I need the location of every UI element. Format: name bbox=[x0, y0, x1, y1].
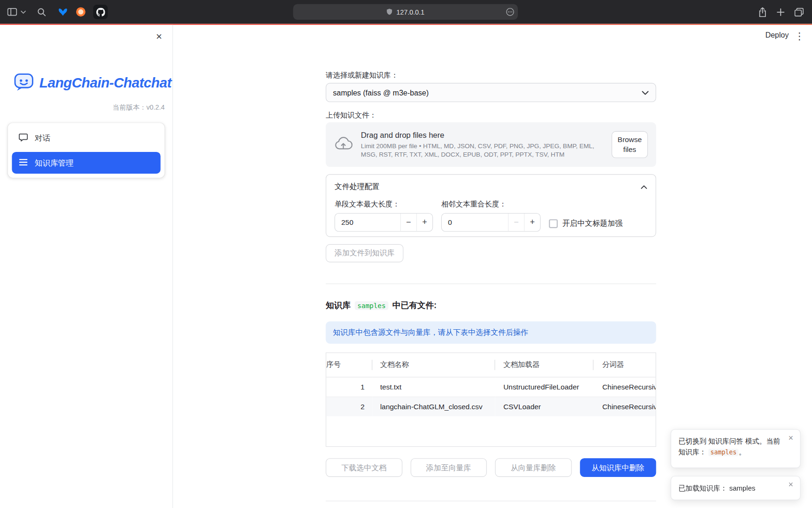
menu-item-label: 知识库管理 bbox=[35, 158, 74, 168]
new-tab-icon[interactable] bbox=[777, 8, 785, 16]
toast-mode-switched: 已切换到 知识库问答 模式。当前知识库： samples。 × bbox=[671, 429, 801, 468]
file-uploader-dropzone[interactable]: Drag and drop files here Limit 200MB per… bbox=[326, 122, 656, 167]
cell-loader: UnstructuredFileLoader bbox=[495, 377, 593, 397]
file-config-expander: 文件处理配置 单段文本最大长度： 250 − + 相邻文本重合长度： bbox=[326, 174, 656, 237]
files-table[interactable]: 序号 文档名称 文档加载器 分词器 1 test.txt Unstructure… bbox=[326, 352, 656, 447]
address-bar[interactable]: 127.0.0.1 bbox=[293, 4, 518, 20]
col-header-loader[interactable]: 文档加载器 bbox=[495, 353, 593, 377]
toast-kb-name: samples bbox=[729, 484, 755, 492]
app-logo: LangChain-Chatchat bbox=[14, 71, 172, 94]
kb-selected-value: samples (faiss @ m3e-base) bbox=[333, 88, 429, 97]
chrome-right-toolbar bbox=[758, 0, 804, 24]
chunk-plus-button[interactable]: + bbox=[416, 214, 432, 231]
toast-kb-loaded: 已加载知识库： samples × bbox=[671, 476, 801, 500]
zh-title-checkbox-row[interactable]: 开启中文标题加强 bbox=[549, 215, 622, 231]
logo-text: LangChain-Chatchat bbox=[39, 75, 172, 91]
chunk-size-field: 单段文本最大长度： 250 − + bbox=[335, 199, 433, 231]
url-text: 127.0.0.1 bbox=[396, 8, 424, 16]
overlap-value[interactable]: 0 bbox=[442, 214, 508, 231]
upload-label: 上传知识文件： bbox=[326, 111, 376, 120]
kb-files-heading: 知识库 samples 中已有文件: bbox=[326, 300, 437, 311]
download-selected-button[interactable]: 下载选中文档 bbox=[326, 458, 402, 477]
table-row[interactable]: 1 test.txt UnstructuredFileLoader Chines… bbox=[326, 377, 656, 397]
uploader-title: Drag and drop files here bbox=[361, 131, 606, 140]
divider bbox=[326, 284, 656, 284]
menu-item-dialogue[interactable]: 对话 bbox=[12, 127, 160, 149]
chunk-minus-button[interactable]: − bbox=[400, 214, 416, 231]
toast-text: 已加载知识库： samples bbox=[679, 483, 785, 493]
screen: 127.0.0.1 × bbox=[0, 0, 812, 508]
chevron-down-icon[interactable] bbox=[21, 10, 26, 14]
knowledge-base-icon bbox=[19, 158, 28, 168]
logo-chat-icon bbox=[14, 71, 34, 94]
table-action-buttons: 下载选中文档 添加至向量库 从向量库删除 从知识库中删除 bbox=[326, 458, 656, 477]
menu-item-label: 对话 bbox=[35, 133, 50, 143]
browse-files-button[interactable]: Browse files bbox=[612, 131, 648, 158]
toast-text: 已切换到 知识库问答 模式。当前知识库： samples。 bbox=[679, 436, 785, 458]
chunk-size-value[interactable]: 250 bbox=[335, 214, 400, 231]
cell-name: langchain-ChatGLM_closed.csv bbox=[372, 397, 495, 416]
chunk-size-label: 单段文本最大长度： bbox=[335, 199, 433, 209]
chat-bubble-icon bbox=[19, 133, 28, 143]
version-label: 当前版本：v0.2.4 bbox=[113, 103, 165, 112]
zh-title-checkbox-label: 开启中文标题加强 bbox=[562, 219, 623, 229]
overlap-field: 相邻文本重合长度： 0 − + bbox=[441, 199, 541, 231]
uploader-texts: Drag and drop files here Limit 200MB per… bbox=[361, 131, 611, 159]
overlap-minus-button[interactable]: − bbox=[508, 214, 524, 231]
github-app-icon[interactable] bbox=[93, 5, 108, 19]
cell-index: 1 bbox=[326, 377, 372, 397]
kb-name-code: samples bbox=[355, 301, 388, 310]
orange-app-icon[interactable] bbox=[76, 7, 86, 16]
table-header-row: 序号 文档名称 文档加载器 分词器 bbox=[326, 353, 656, 377]
cloud-upload-icon bbox=[334, 136, 353, 153]
add-to-vector-store-button[interactable]: 添加至向量库 bbox=[410, 458, 487, 477]
expander-header[interactable]: 文件处理配置 bbox=[326, 175, 656, 198]
cell-index: 2 bbox=[326, 397, 372, 416]
cell-splitter: ChineseRecursiveTextSplitter bbox=[593, 377, 656, 397]
overlap-input[interactable]: 0 − + bbox=[441, 213, 541, 232]
checkbox-unchecked-icon[interactable] bbox=[549, 219, 558, 228]
delete-from-vector-store-button[interactable]: 从向量库删除 bbox=[495, 458, 572, 477]
share-icon[interactable] bbox=[758, 7, 767, 17]
chrome-left-toolbar bbox=[7, 0, 108, 24]
chunk-size-input[interactable]: 250 − + bbox=[335, 213, 433, 232]
add-files-to-kb-button[interactable]: 添加文件到知识库 bbox=[326, 244, 403, 262]
select-chevron-down-icon bbox=[641, 88, 648, 97]
overlap-plus-button[interactable]: + bbox=[524, 214, 540, 231]
col-header-index[interactable]: 序号 bbox=[326, 353, 372, 377]
page-settings-icon[interactable] bbox=[506, 8, 515, 16]
info-text: 知识库中包含源文件与向量库，请从下表中选择文件后操作 bbox=[333, 327, 528, 337]
kb-select-label: 请选择或新建知识库： bbox=[326, 71, 398, 80]
kb-files-suffix: 中已有文件: bbox=[392, 300, 437, 311]
deploy-button[interactable]: Deploy bbox=[765, 31, 789, 40]
toast-close-icon[interactable]: × bbox=[786, 433, 796, 443]
delete-from-kb-button[interactable]: 从知识库中删除 bbox=[580, 458, 656, 477]
expander-title: 文件处理配置 bbox=[335, 182, 380, 191]
col-header-splitter[interactable]: 分词器 bbox=[593, 353, 656, 377]
kb-select-dropdown[interactable]: samples (faiss @ m3e-base) bbox=[326, 83, 656, 102]
sidebar-menu: 对话 知识库管理 bbox=[8, 123, 165, 178]
toast-kb-name-code: samples bbox=[708, 449, 739, 456]
cell-splitter: ChineseRecursiveTextSplitter bbox=[593, 397, 656, 416]
divider bbox=[326, 501, 656, 501]
uploader-limit-text: Limit 200MB per file • HTML, MD, JSON, C… bbox=[361, 142, 606, 159]
sidebar-close-icon[interactable]: × bbox=[153, 30, 165, 42]
sidebar: × LangChain-Chatchat 当前版本：v0.2.4 对话 bbox=[0, 25, 173, 508]
table-row[interactable]: 2 langchain-ChatGLM_closed.csv CSVLoader… bbox=[326, 397, 656, 416]
overlap-label: 相邻文本重合长度： bbox=[441, 199, 541, 209]
sidebar-toggle-icon[interactable] bbox=[7, 8, 17, 16]
main-menu-kebab-icon[interactable]: ⋮ bbox=[793, 30, 805, 42]
kb-files-prefix: 知识库 bbox=[326, 300, 351, 311]
expander-body: 单段文本最大长度： 250 − + 相邻文本重合长度： 0 − + bbox=[326, 198, 656, 232]
info-banner: 知识库中包含源文件与向量库，请从下表中选择文件后操作 bbox=[326, 321, 656, 343]
col-header-name[interactable]: 文档名称 bbox=[372, 353, 495, 377]
browser-chrome: 127.0.0.1 bbox=[0, 0, 812, 24]
menu-item-knowledge-base[interactable]: 知识库管理 bbox=[12, 152, 160, 174]
site-privacy-icon bbox=[387, 8, 393, 16]
cell-loader: CSVLoader bbox=[495, 397, 593, 416]
search-icon[interactable] bbox=[37, 8, 46, 16]
toast-close-icon[interactable]: × bbox=[786, 479, 796, 490]
bluesky-app-icon[interactable] bbox=[58, 8, 68, 16]
chevron-up-icon bbox=[640, 182, 647, 191]
tab-overview-icon[interactable] bbox=[795, 8, 804, 16]
